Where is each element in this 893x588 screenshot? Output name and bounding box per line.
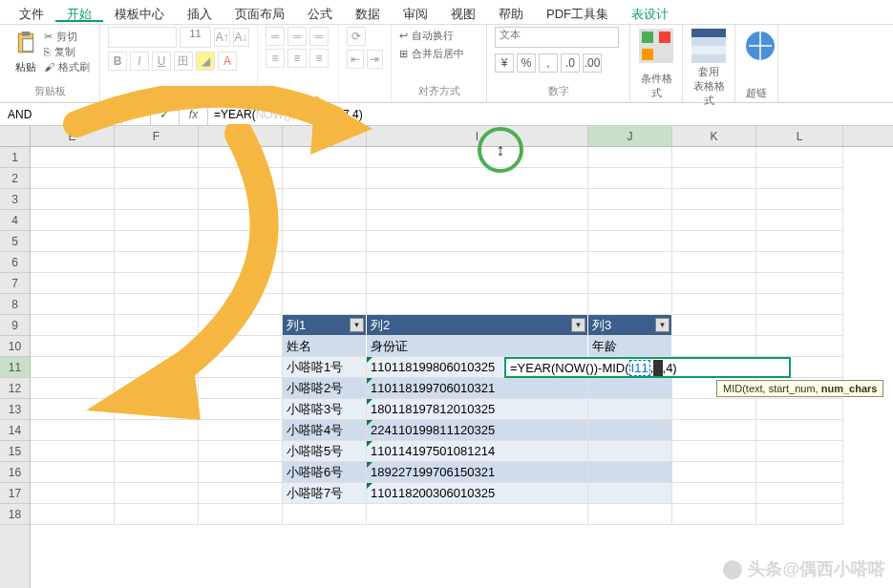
cell-K1[interactable] xyxy=(672,147,756,168)
cell-I7[interactable] xyxy=(367,273,588,294)
menu-pdf[interactable]: PDF工具集 xyxy=(535,2,620,22)
comma-button[interactable]: , xyxy=(539,53,558,73)
cell-L1[interactable] xyxy=(756,147,843,168)
cell-G2[interactable] xyxy=(199,168,283,189)
cell-G18[interactable] xyxy=(199,504,283,525)
cell-K17[interactable] xyxy=(672,483,756,504)
cell-F2[interactable] xyxy=(115,168,199,189)
cell-H2[interactable] xyxy=(283,168,367,189)
cell-I14[interactable]: 224110199811120325 xyxy=(367,420,588,441)
cell-H15[interactable]: 小嗒嗒5号 xyxy=(283,441,367,462)
cell-F10[interactable] xyxy=(115,336,199,357)
cell-H5[interactable] xyxy=(283,231,367,252)
cell-I13[interactable]: 180118197812010325 xyxy=(367,399,588,420)
cell-J13[interactable] xyxy=(588,399,672,420)
row-header-2[interactable]: 2 xyxy=(0,168,30,189)
row-header-8[interactable]: 8 xyxy=(0,294,30,315)
decrease-decimal-button[interactable]: .00 xyxy=(583,53,602,73)
font-select[interactable] xyxy=(108,27,177,48)
cell-K4[interactable] xyxy=(672,210,756,231)
row-header-15[interactable]: 15 xyxy=(0,441,30,462)
align-top-button[interactable]: ═ xyxy=(266,27,285,46)
cell-E1[interactable] xyxy=(31,147,115,168)
cell-J7[interactable] xyxy=(588,273,672,294)
cell-K3[interactable] xyxy=(672,189,756,210)
fx-icon[interactable]: fx xyxy=(180,103,208,125)
cell-F3[interactable] xyxy=(115,189,199,210)
cell-L10[interactable] xyxy=(756,336,843,357)
cell-G8[interactable] xyxy=(199,294,283,315)
row-header-9[interactable]: 9 xyxy=(0,315,30,336)
align-center-button[interactable]: ≡ xyxy=(287,49,307,68)
cell-K5[interactable] xyxy=(672,231,756,252)
cancel-button[interactable]: ✕ xyxy=(122,103,151,125)
orientation-button[interactable]: ⟳ xyxy=(347,27,366,46)
row-header-3[interactable]: 3 xyxy=(0,189,30,210)
active-cell[interactable]: =YEAR(NOW())-MID(I11,7,4) xyxy=(504,357,791,378)
cell-G15[interactable] xyxy=(199,441,283,462)
cell-J6[interactable] xyxy=(588,252,672,273)
cell-F13[interactable] xyxy=(115,399,199,420)
cell-F18[interactable] xyxy=(115,504,199,525)
menu-view[interactable]: 视图 xyxy=(439,2,487,22)
menu-layout[interactable]: 页面布局 xyxy=(223,2,296,22)
filter-drop-icon[interactable]: ▼ xyxy=(655,318,670,332)
cell-I10[interactable]: 身份证 xyxy=(367,336,588,357)
cell-H7[interactable] xyxy=(283,273,367,294)
cell-E6[interactable] xyxy=(31,252,115,273)
row-header-16[interactable]: 16 xyxy=(0,462,30,483)
cell-G14[interactable] xyxy=(199,420,283,441)
col-header-F[interactable]: F xyxy=(115,126,199,146)
cell-H1[interactable] xyxy=(283,147,367,168)
cell-I12[interactable]: 110118199706010321 xyxy=(367,378,588,399)
cell-I8[interactable] xyxy=(367,294,588,315)
cell-J5[interactable] xyxy=(588,231,672,252)
cell-K13[interactable] xyxy=(672,399,756,420)
cell-I3[interactable] xyxy=(367,189,588,210)
menu-tabledesign[interactable]: 表设计 xyxy=(620,2,680,22)
row-header-1[interactable]: 1 xyxy=(0,147,30,168)
cell-I15[interactable]: 110114197501081214 xyxy=(367,441,588,462)
format-painter-button[interactable]: 🖌格式刷 xyxy=(44,59,90,74)
col-header-H[interactable]: H xyxy=(283,126,367,146)
cell-K6[interactable] xyxy=(672,252,756,273)
row-header-4[interactable]: 4 xyxy=(0,210,30,231)
cell-H18[interactable] xyxy=(283,504,367,525)
menu-template[interactable]: 模板中心 xyxy=(103,2,176,22)
filter-drop-icon[interactable]: ▼ xyxy=(350,318,364,332)
underline-button[interactable]: U xyxy=(152,52,171,71)
row-header-17[interactable]: 17 xyxy=(0,483,30,504)
cell-E18[interactable] xyxy=(31,504,115,525)
cell-G16[interactable] xyxy=(199,462,283,483)
cell-I5[interactable] xyxy=(367,231,588,252)
row-header-12[interactable]: 12 xyxy=(0,378,30,399)
cell-E17[interactable] xyxy=(31,483,115,504)
cell-J15[interactable] xyxy=(588,441,672,462)
menu-data[interactable]: 数据 xyxy=(344,2,392,22)
confirm-button[interactable]: ✓ xyxy=(151,103,180,125)
col-header-J[interactable]: J xyxy=(588,126,672,146)
cell-E13[interactable] xyxy=(31,399,115,420)
align-right-button[interactable]: ≡ xyxy=(309,49,329,68)
fill-color-button[interactable]: ◢ xyxy=(196,52,215,71)
cell-J9[interactable]: 列3▼ xyxy=(588,315,672,336)
row-header-18[interactable]: 18 xyxy=(0,504,30,525)
cell-E12[interactable] xyxy=(31,378,115,399)
cell-L3[interactable] xyxy=(756,189,843,210)
cell-H9[interactable]: 列1▼ xyxy=(283,315,367,336)
cell-E15[interactable] xyxy=(31,441,115,462)
cell-E2[interactable] xyxy=(31,168,115,189)
cell-I9[interactable]: 列2▼ xyxy=(367,315,588,336)
cell-J10[interactable]: 年龄 xyxy=(588,336,672,357)
align-left-button[interactable]: ≡ xyxy=(266,49,285,68)
decrease-indent-button[interactable]: ⇤ xyxy=(347,50,364,69)
cell-G1[interactable] xyxy=(199,147,283,168)
cell-I2[interactable] xyxy=(367,168,588,189)
cell-J2[interactable] xyxy=(588,168,672,189)
row-header-7[interactable]: 7 xyxy=(0,273,30,294)
cell-I18[interactable] xyxy=(367,504,588,525)
cell-L9[interactable] xyxy=(756,315,843,336)
cell-L6[interactable] xyxy=(756,252,843,273)
cell-G5[interactable] xyxy=(199,231,283,252)
cell-L8[interactable] xyxy=(756,294,843,315)
